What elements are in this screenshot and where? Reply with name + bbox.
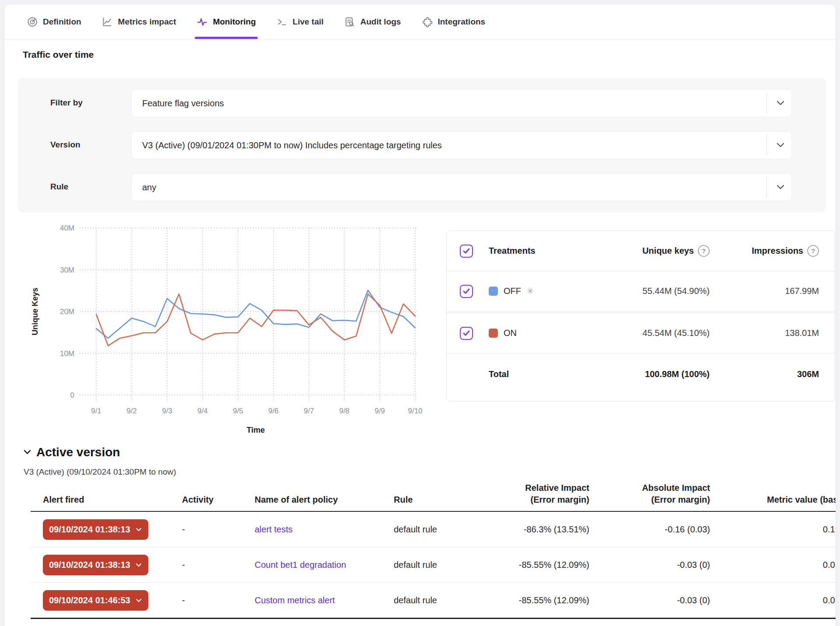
alert-policy-link[interactable]: alert tests — [250, 525, 389, 535]
svg-text:30M: 30M — [60, 266, 74, 274]
total-unique-keys: 100.98M (100%) — [565, 369, 710, 379]
on-checkbox[interactable] — [460, 327, 473, 340]
on-unique-keys: 45.54M (45.10%) — [565, 328, 710, 338]
on-impressions: 138.01M — [710, 328, 819, 338]
treatments-header: Treatments Unique keys? Impressions? — [447, 231, 835, 271]
treatments-total-row: Total 100.98M (100%) 306M — [447, 353, 835, 395]
filter-by-select[interactable]: Feature flag versions — [131, 89, 792, 117]
alert-absolute-impact: -0.16 (0.03) — [589, 525, 710, 535]
col-rule: Rule — [389, 494, 491, 506]
on-color-swatch — [489, 329, 498, 338]
alert-fired-badge[interactable]: 09/10/2024 01:38:13 — [43, 555, 148, 575]
chevron-down-icon[interactable] — [777, 141, 784, 149]
tab-live-tail[interactable]: Live tail — [276, 4, 324, 39]
svg-text:9/8: 9/8 — [339, 407, 350, 415]
filter-by-value: Feature flag versions — [132, 98, 224, 108]
off-unique-keys: 55.44M (54.90%) — [565, 286, 710, 296]
svg-text:9/6: 9/6 — [268, 407, 279, 415]
version-select[interactable]: V3 (Active) (09/01/2024 01:30PM to now) … — [131, 131, 792, 159]
active-version-title: Active version — [36, 445, 120, 459]
alerts-table-header: Alert fired Activity Name of alert polic… — [31, 482, 836, 512]
treatment-row-off: OFF ✳ 55.44M (54.90%) 167.99M — [447, 271, 835, 311]
filter-by-label: Filter by — [50, 98, 83, 108]
tab-integrations[interactable]: Integrations — [421, 4, 485, 39]
active-version-header[interactable]: Active version — [24, 445, 120, 459]
alert-fired-badge[interactable]: 09/10/2024 01:38:13 — [43, 519, 148, 540]
alerts-table: Alert fired Activity Name of alert polic… — [31, 482, 836, 619]
integrations-icon — [421, 16, 433, 28]
tab-audit-logs[interactable]: Audit logs — [344, 4, 401, 39]
impressions-column-header: Impressions — [752, 246, 803, 256]
tab-label: Integrations — [438, 17, 485, 27]
tab-monitoring[interactable]: Monitoring — [196, 4, 256, 39]
chevron-down-icon[interactable] — [777, 99, 784, 107]
live-tail-icon — [276, 16, 288, 28]
col-policy: Name of alert policy — [250, 494, 389, 506]
definition-icon — [26, 16, 38, 28]
select-divider — [766, 177, 767, 197]
svg-text:10M: 10M — [60, 350, 74, 358]
select-divider — [766, 93, 767, 113]
audit-logs-icon — [344, 16, 356, 28]
svg-text:9/7: 9/7 — [304, 407, 314, 415]
alert-fired-badge[interactable]: 09/10/2024 01:46:53 — [43, 590, 148, 611]
svg-text:9/5: 9/5 — [233, 407, 243, 415]
col-relative-impact: Relative Impact(Error margin) — [491, 482, 589, 506]
version-value: V3 (Active) (09/01/2024 01:30PM to now) … — [132, 140, 442, 150]
rule-select[interactable]: any — [131, 173, 792, 201]
total-label: Total — [489, 369, 565, 379]
alert-relative-impact: -86.3% (13.51%) — [491, 525, 589, 535]
tab-definition[interactable]: Definition — [26, 4, 81, 39]
svg-text:9/3: 9/3 — [162, 407, 172, 415]
alert-rule: default rule — [389, 525, 491, 535]
select-divider — [766, 135, 767, 155]
treatments-column-header: Treatments — [489, 246, 565, 256]
page-title: Traffic over time — [23, 49, 94, 60]
alert-policy-link[interactable]: Count bet1 degradation — [250, 560, 389, 570]
svg-text:0: 0 — [70, 391, 74, 399]
filter-panel: Filter by Feature flag versions Version … — [18, 78, 826, 213]
total-impressions: 306M — [710, 369, 819, 379]
rule-value: any — [132, 182, 156, 192]
traffic-chart: 010M20M30M40M9/19/29/39/49/59/69/79/89/9… — [31, 222, 438, 437]
svg-text:40M: 40M — [60, 224, 74, 232]
tab-metrics-impact[interactable]: Metrics impact — [102, 4, 176, 39]
filter-by-row: Filter by Feature flag versions — [18, 89, 826, 116]
alert-relative-impact: -85.55% (12.09%) — [491, 595, 589, 605]
col-activity: Activity — [180, 494, 250, 506]
alert-metric-value: 0.03 ( — [710, 560, 836, 570]
col-absolute-impact: Absolute Impact(Error margin) — [589, 482, 710, 506]
treatments-select-all-checkbox[interactable] — [460, 245, 473, 258]
alert-rule: default rule — [389, 595, 491, 605]
alert-policy-link[interactable]: Custom metrics alert — [250, 595, 389, 605]
version-row: Version V3 (Active) (09/01/2024 01:30PM … — [18, 131, 826, 158]
svg-text:9/2: 9/2 — [126, 407, 137, 415]
tab-label: Monitoring — [213, 17, 256, 27]
off-checkbox[interactable] — [460, 285, 473, 298]
alert-activity: - — [180, 560, 250, 570]
treatment-name: ON — [504, 328, 517, 338]
help-icon[interactable]: ? — [807, 245, 819, 257]
treatments-panel: Treatments Unique keys? Impressions? OFF… — [446, 231, 835, 402]
chevron-down-icon[interactable] — [777, 183, 784, 191]
alert-row: 09/10/2024 01:38:13 - alert tests defaul… — [31, 512, 836, 547]
rule-row: Rule any — [18, 173, 826, 200]
svg-text:9/10: 9/10 — [408, 407, 422, 415]
tab-label: Audit logs — [360, 17, 401, 27]
alert-absolute-impact: -0.03 (0) — [589, 595, 710, 605]
collapse-chevron-icon[interactable] — [24, 448, 31, 456]
tab-label: Definition — [43, 17, 81, 27]
col-alert-fired: Alert fired — [31, 494, 180, 506]
alert-metric-value: 0.19 ( — [710, 525, 836, 535]
alert-rule: default rule — [389, 560, 491, 570]
alert-activity: - — [180, 525, 250, 535]
alert-absolute-impact: -0.03 (0) — [589, 560, 710, 570]
alert-metric-value: 0.03 ( — [710, 595, 836, 605]
version-label: Version — [50, 140, 80, 150]
tab-label: Live tail — [293, 17, 324, 27]
alerts-table-body: 09/10/2024 01:38:13 - alert tests defaul… — [31, 512, 836, 619]
monitoring-icon — [196, 16, 208, 28]
default-treatment-icon: ✳ — [527, 286, 534, 296]
alert-activity: - — [180, 595, 250, 605]
help-icon[interactable]: ? — [698, 245, 710, 257]
